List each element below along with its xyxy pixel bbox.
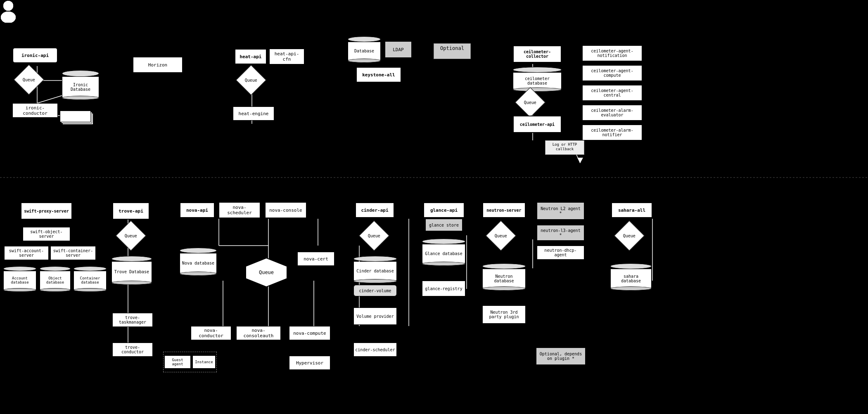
ceilometer-api-box: ceilometer-api [513,116,562,133]
nova-console-box: nova-console [265,202,306,218]
ironic-api-box: ironic-api [12,47,58,63]
nova-conductor-box: nova-conductor [191,326,231,340]
heat-queue-diamond: Queue [236,65,266,95]
ironic-database-cylinder: Ironic Database [62,70,99,100]
svg-line-3 [37,95,64,103]
account-database-cylinder: Account database [3,266,36,292]
nova-consoleauth-box: nova-consoleauth [236,326,281,340]
sahara-queue-diamond: Queue [614,220,645,251]
keystone-database-cylinder: Database [348,36,381,63]
swift-proxy-server-box: swift-proxy-server [21,202,72,220]
cinder-queue-diamond: Queue [359,220,389,251]
svg-marker-11 [577,158,583,163]
architecture-diagram: ironic-api Queue Ironic Database ironic-… [0,0,868,414]
swift-container-server-box: swift-container-server [50,246,96,260]
ceilometer-agent-central-box: ceilometer-agent-central [582,85,642,101]
svg-text:Queue: Queue [259,270,274,275]
swift-object-server-box: swift-object-server [23,227,70,241]
nova-database-cylinder: Nova database [180,248,217,276]
ironic-conductor-box: ironic-conductor [12,103,58,118]
guest-instance-container: Guest agent Instance [163,352,217,372]
neutron-server-box: neutron-server [482,202,526,218]
guest-agent-box: Guest agent [164,355,191,369]
neutron-dhcp-agent-box: neutron-dhcp-agent [537,246,584,260]
object-database-cylinder: Object database [40,266,71,292]
trove-database-cylinder: Trove Database [111,256,152,285]
nova-api-box: nova-api [180,202,215,218]
ceilometer-collector-box: ceilometer-collector [513,45,562,63]
ldap-box: LDAP [385,41,412,58]
ceilometer-queue-diamond: Queue [515,87,545,118]
trove-conductor-box: trove-conductor [112,343,153,357]
nova-scheduler-box: nova-scheduler [219,202,260,218]
heat-api-box: heat-api [235,49,267,64]
ironic-queue-diamond: Queue [14,64,44,95]
trove-taskmanager-box: trove-taskmanager [112,313,153,327]
ceilometer-agent-compute-box: ceilometer-agent-compute [582,65,642,81]
trove-queue-diamond: Queue [116,220,146,251]
ceilometer-alarm-evaluator-box: ceilometer-alarm-evaluator [582,105,642,121]
sahara-all-box: sahara-all [611,202,652,218]
heat-api-cfn-box: heat-api-cfn [269,49,304,64]
cinder-volume-box: cinder-volume [353,285,397,296]
neutron-optional-box: Optional, depends on plugin * [536,348,586,365]
trove-api-box: trove-api [112,202,149,220]
heat-engine-box: heat-engine [233,106,274,121]
nova-queue-hexagon: Queue [244,256,289,290]
neutron-queue-diamond: Queue [486,220,516,251]
neutron-3rd-party-box: Neutron 3rd party plugin [482,305,526,324]
instance-box: Instance [192,355,216,369]
ceilometer-agent-notification-box: ceilometer-agent-notification [582,45,642,61]
cinder-api-box: cinder-api [355,202,394,218]
glance-store-box: glance store [425,219,462,231]
volume-provider-box: Volume provider [353,308,397,325]
user-icon-3 [0,0,17,24]
horizon-box: Horizon [133,57,183,73]
keystone-all-box: keystone-all [356,67,401,83]
neutron-l3-agent-box: neutron-l3-agent * [537,225,584,241]
glance-api-box: glance-api [423,202,465,218]
log-callback-box: Log or HTTP callback [545,140,584,155]
svg-point-38 [1,12,16,23]
optional-box: Optional [434,43,471,59]
cinder-scheduler-box: cinder-scheduler [353,343,397,357]
neutron-database-cylinder: Neutron database [482,263,526,291]
container-database-cylinder: Container database [74,266,107,292]
ceilometer-database-cylinder: ceilometer database [513,67,562,92]
ceilometer-alarm-notifier-box: ceilometer-alarm-notifier [582,125,642,140]
neutron-l2-agent-box: Neutron L2 agent * [537,202,584,220]
hypervisor-box: Hypervisor [289,356,330,370]
swift-account-server-box: swift-account-server [4,246,49,260]
glance-database-cylinder: Glance database [422,239,465,266]
cinder-database-cylinder: Cinder database [353,256,397,283]
glance-registry-box: glance-registry [422,281,465,296]
sahara-database-cylinder: sahara database [610,263,652,291]
svg-point-37 [3,1,13,11]
nova-compute-box: nova-compute [289,326,330,340]
nova-cert-box: nova-cert [297,252,334,266]
